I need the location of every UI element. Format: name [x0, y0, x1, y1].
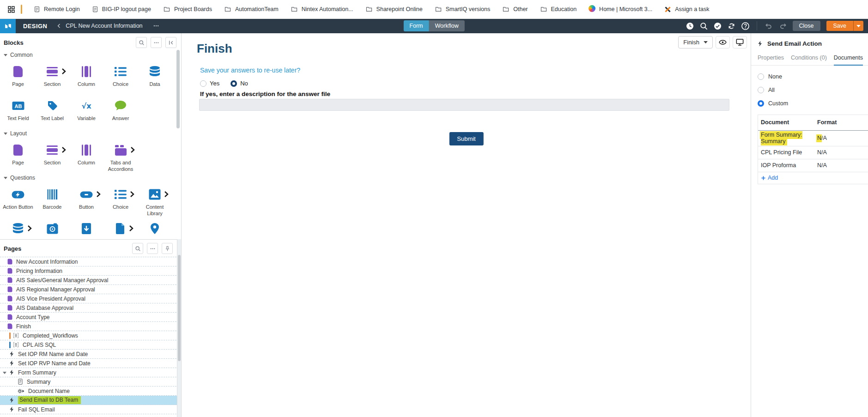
save-dropdown-button[interactable]	[853, 21, 863, 31]
tab-conditions-0[interactable]: Conditions (0)	[791, 52, 827, 66]
block-column[interactable]: Column	[69, 139, 103, 173]
radio-option-no[interactable]: No	[231, 80, 248, 87]
submit-button[interactable]: Submit	[449, 132, 483, 145]
breadcrumb-more-icon[interactable]	[153, 23, 159, 29]
tree-item-document-name[interactable]: Document Name	[0, 387, 181, 396]
undo-icon[interactable]	[764, 22, 773, 30]
blocks-more-button[interactable]	[151, 37, 162, 48]
block-content-library[interactable]: Content Library	[138, 183, 172, 217]
block-section[interactable]: Section	[35, 139, 69, 173]
block-variable[interactable]: √xVariable	[69, 94, 103, 128]
radio-option-yes[interactable]: Yes	[200, 80, 219, 87]
bookmark-smartiq-versions[interactable]: SmartIQ versions	[435, 5, 491, 13]
breadcrumb[interactable]: CPL New Account Information	[56, 23, 159, 29]
history-clock-icon[interactable]	[686, 22, 694, 30]
validate-check-icon[interactable]	[713, 22, 722, 30]
tree-item-ais-sales-general-manager-approval[interactable]: AIS Sales/General Manager Approval	[0, 276, 181, 285]
tree-item-account-type[interactable]: Account Type	[0, 313, 181, 322]
block-item[interactable]	[35, 217, 69, 240]
help-icon[interactable]	[741, 22, 750, 30]
block-item[interactable]	[138, 217, 172, 240]
block-choice[interactable]: Choice	[103, 183, 138, 217]
bookmark-project-boards[interactable]: Project Boards	[163, 5, 212, 13]
block-item[interactable]	[103, 217, 138, 240]
blocks-section-questions[interactable]: Questions	[0, 173, 181, 183]
block-column[interactable]: Column	[69, 60, 103, 94]
tab-properties[interactable]: Properties	[758, 52, 784, 66]
pages-more-button[interactable]	[147, 243, 158, 254]
tree-item-set-iop-rvp-name-and-date[interactable]: Set IOP RVP Name and Date	[0, 359, 181, 368]
bookmark-sharepoint-online[interactable]: Sharepoint Online	[365, 5, 423, 13]
tree-item-ais-regional-manager-approval[interactable]: AIS Regional Manager Approval	[0, 285, 181, 294]
option-custom[interactable]: Custom	[758, 97, 862, 110]
option-none[interactable]: None	[758, 70, 862, 83]
block-item[interactable]	[69, 217, 103, 240]
bookmark-other[interactable]: Other	[502, 5, 528, 13]
option-all[interactable]: All	[758, 83, 862, 97]
bookmark-big-ip-logout-page[interactable]: BIG-IP logout page	[92, 5, 151, 13]
radio-no-circle[interactable]	[231, 80, 237, 87]
redo-icon[interactable]	[778, 22, 788, 30]
tree-item-form-summary[interactable]: Form Summary	[0, 368, 181, 377]
tree-item-ais-database-approval[interactable]: AIS Database Approval	[0, 303, 181, 313]
table-row-iop-proforma[interactable]: IOP ProformaN/A	[758, 159, 868, 172]
block-page[interactable]: Page	[1, 139, 35, 173]
blocks-collapse-button[interactable]	[165, 37, 176, 48]
page-selector-dropdown[interactable]: Finish	[678, 36, 713, 48]
radio-none-circle[interactable]	[758, 73, 764, 80]
mode-tab-form[interactable]: Form	[403, 20, 429, 31]
tree-item-finish[interactable]: Finish	[0, 322, 181, 331]
search-icon[interactable]	[699, 22, 708, 30]
question-label[interactable]: Save your answers to re-use later?	[200, 66, 300, 74]
bookmark-remote-login[interactable]: Remote Login	[34, 5, 80, 13]
pages-search-button[interactable]	[132, 243, 143, 254]
bookmark-automationteam[interactable]: AutomationTeam	[224, 5, 279, 13]
tree-item-send-email-to-db-team[interactable]: Send Email to DB Team	[0, 396, 181, 405]
tree-item-fail-sql-email[interactable]: Fail SQL Email	[0, 405, 181, 414]
blocks-search-button[interactable]	[136, 37, 147, 48]
block-choice[interactable]: Choice	[103, 60, 138, 94]
table-row-cpl-pricing-file[interactable]: CPL Pricing FileN/A	[758, 146, 868, 159]
bookmark-nintex-automation[interactable]: Nintex Automation...	[291, 5, 353, 13]
block-page[interactable]: Page	[1, 60, 35, 94]
answer-description-input[interactable]	[199, 99, 729, 111]
block-answer[interactable]: Answer	[103, 94, 138, 128]
tree-item-pricing-information[interactable]: Pricing Information	[0, 266, 181, 276]
save-button[interactable]: Save	[826, 21, 854, 31]
nintex-logo[interactable]	[0, 18, 16, 33]
block-action-button[interactable]: Action Button	[1, 183, 35, 217]
radio-custom-circle[interactable]	[758, 100, 764, 107]
apps-grid-icon[interactable]	[7, 6, 15, 13]
tree-item-cpl-ais-sql[interactable]: CPL AIS SQL	[0, 340, 181, 350]
block-section[interactable]: Section	[35, 60, 69, 94]
blocks-section-common[interactable]: Common	[0, 50, 181, 60]
preview-eye-button[interactable]	[716, 36, 730, 48]
table-row-form-summary-summary[interactable]: Form Summary: SummaryN/A	[758, 131, 868, 146]
add-document-link[interactable]: Add	[758, 172, 868, 184]
tree-item-completed-workflows[interactable]: Completed_Workflows	[0, 331, 181, 340]
blocks-section-layout[interactable]: Layout	[0, 128, 181, 139]
mode-tab-workflow[interactable]: Workflow	[429, 20, 465, 31]
tab-documents[interactable]: Documents	[834, 52, 863, 66]
radio-all-circle[interactable]	[758, 87, 764, 93]
device-monitor-button[interactable]	[733, 36, 747, 48]
radio-yes-circle[interactable]	[200, 80, 206, 87]
block-button[interactable]: Button	[69, 183, 103, 217]
block-text-label[interactable]: Text Label	[35, 94, 69, 128]
bookmark-assign-a-task[interactable]: Assign a task	[664, 5, 709, 13]
block-item[interactable]	[1, 217, 35, 240]
block-barcode[interactable]: Barcode	[35, 183, 69, 217]
tree-item-ais-vice-president-approval[interactable]: AIS Vice President Approval	[0, 294, 181, 303]
tree-item-set-iop-rm-name-and-date[interactable]: Set IOP RM Name and Date	[0, 350, 181, 359]
block-tabs-and-accordions[interactable]: Tabs and Accordions	[103, 139, 138, 173]
tree-item-new-account-information[interactable]: New Account Information	[0, 257, 181, 266]
pages-scrollbar-thumb[interactable]	[178, 255, 181, 361]
pages-pin-button[interactable]	[162, 243, 173, 254]
back-chevron-icon[interactable]	[56, 23, 62, 29]
sync-icon[interactable]	[727, 22, 736, 30]
blocks-scrollbar[interactable]	[176, 50, 180, 128]
tree-item-summary[interactable]: Summary	[0, 377, 181, 387]
bookmark-home-microsoft-3[interactable]: Home | Microsoft 3...	[589, 5, 652, 13]
bookmark-education[interactable]: Education	[540, 5, 577, 13]
block-data[interactable]: Data	[138, 60, 172, 94]
